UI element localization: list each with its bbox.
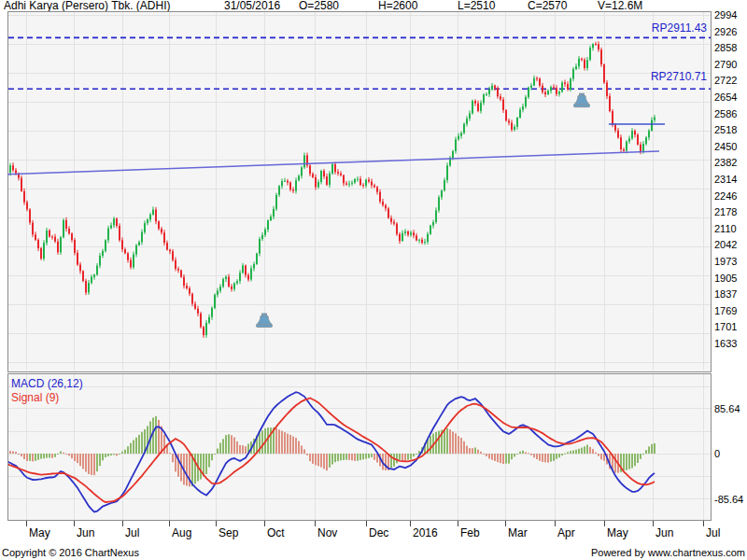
price-tick-label: 1769 — [714, 305, 746, 316]
macd-tick-label: 0 — [714, 448, 746, 459]
month-label: Apr — [557, 527, 575, 539]
resistance-label-1: RP2911.43 — [595, 22, 707, 34]
month-label: Aug — [172, 527, 191, 539]
price-tick-label: 2586 — [714, 108, 746, 119]
powered-by-text: Powered by www.chartnexus.com — [591, 547, 745, 559]
month-label: Oct — [267, 527, 285, 539]
price-tick-label: 1701 — [714, 321, 746, 332]
month-label: Jun — [655, 527, 673, 539]
price-tick-label: 2926 — [714, 26, 746, 37]
month-label: May — [29, 527, 50, 539]
chartnexus-window: Adhi Karya (Persero) Tbk. (ADHI) 31/05/2… — [0, 0, 747, 560]
price-tick-label: 2790 — [714, 59, 746, 70]
price-tick-label: 1837 — [714, 288, 746, 300]
month-label: Jul — [706, 527, 720, 539]
month-label: Feb — [460, 527, 480, 539]
price-tick-label: 2042 — [714, 239, 746, 250]
price-tick-label: 2246 — [714, 190, 746, 202]
price-tick-label: 2450 — [714, 141, 746, 152]
price-tick-label: 2178 — [714, 206, 746, 217]
month-label: May — [607, 527, 628, 539]
signal-line — [7, 399, 655, 503]
price-tick-label: 2994 — [714, 9, 746, 21]
copyright-text: Copyright © 2016 ChartNexus — [2, 547, 139, 559]
price-tick-label: 2518 — [714, 124, 746, 135]
price-tick-label: 2654 — [714, 91, 746, 103]
alert-bell-icon[interactable] — [574, 93, 590, 107]
month-label: Dec — [369, 527, 388, 539]
resistance-label-2: RP2710.71 — [595, 71, 707, 82]
macd-line — [7, 392, 655, 511]
price-tick-label: 1905 — [714, 273, 746, 284]
price-tick-label: 2314 — [714, 174, 746, 185]
macd-legend-label: MACD (26,12) — [11, 377, 83, 390]
price-tick-label: 2858 — [714, 42, 746, 53]
price-tick-label: 2382 — [714, 157, 746, 168]
price-tick-label: 2110 — [714, 223, 746, 234]
month-label: Jul — [125, 527, 139, 539]
month-label: Mar — [508, 527, 528, 539]
macd-tick-label: 85.64 — [714, 403, 746, 414]
signal-legend-label: Signal (9) — [11, 391, 59, 404]
month-label: Jun — [77, 527, 94, 539]
month-label: Sep — [218, 527, 238, 539]
main-gridlines — [8, 12, 711, 371]
candlestick-series[interactable] — [7, 41, 655, 337]
price-tick-label: 1633 — [714, 338, 746, 349]
price-tick-label: 1973 — [714, 256, 746, 267]
price-tick-label: 2722 — [714, 75, 746, 86]
alert-bell-icon[interactable] — [257, 314, 273, 328]
macd-tick-label: -85.64 — [714, 494, 746, 505]
month-label: Nov — [317, 527, 337, 539]
month-label: 2016 — [413, 527, 438, 539]
chart-canvas[interactable] — [0, 0, 747, 560]
